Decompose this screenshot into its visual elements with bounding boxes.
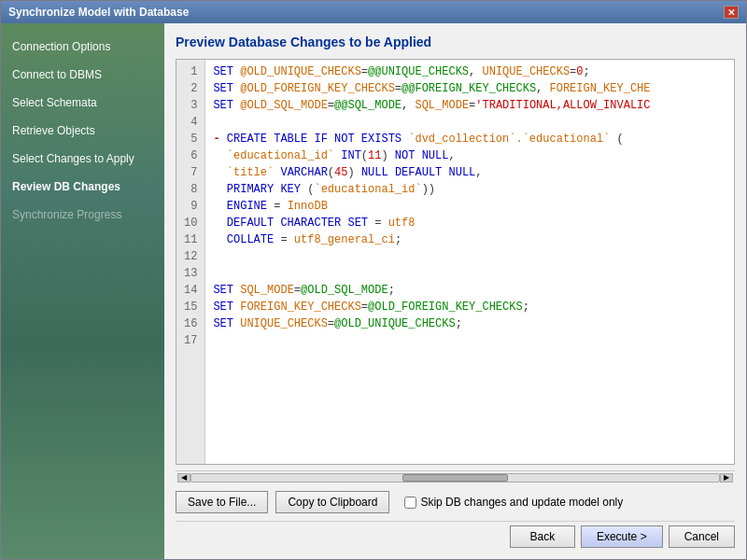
- page-title: Preview Database Changes to be Applied: [176, 35, 735, 49]
- sidebar-item-connection-options[interactable]: Connection Options: [1, 33, 164, 61]
- close-button[interactable]: ✕: [724, 6, 739, 19]
- execute-button[interactable]: Execute >: [581, 525, 663, 548]
- title-bar: Synchronize Model with Database ✕: [1, 1, 746, 23]
- scroll-right-button[interactable]: ▶: [720, 473, 733, 483]
- content-area: Connection Options Connect to DBMS Selec…: [1, 23, 746, 559]
- code-editor[interactable]: 1 2 3 4 5 6 7 8 9 10 11 12 13 14 15 16 1…: [176, 59, 735, 465]
- footer-buttons: Back Execute > Cancel: [176, 521, 735, 548]
- skip-checkbox-area: Skip DB changes and update model only: [404, 496, 623, 509]
- code-content[interactable]: SET @OLD_UNIQUE_CHECKS=@@UNIQUE_CHECKS, …: [205, 60, 734, 464]
- sidebar-item-review-db-changes[interactable]: Review DB Changes: [1, 173, 164, 201]
- sidebar: Connection Options Connect to DBMS Selec…: [1, 23, 164, 559]
- sidebar-item-retrieve-objects[interactable]: Retrieve Objects: [1, 117, 164, 145]
- scroll-left-button[interactable]: ◀: [177, 473, 190, 483]
- main-window: Synchronize Model with Database ✕ Connec…: [0, 0, 747, 560]
- line-numbers: 1 2 3 4 5 6 7 8 9 10 11 12 13 14 15 16 1…: [176, 60, 205, 464]
- skip-checkbox[interactable]: [404, 497, 416, 509]
- skip-label: Skip DB changes and update model only: [420, 496, 623, 509]
- save-to-file-button[interactable]: Save to File...: [176, 491, 268, 513]
- copy-to-clipboard-button[interactable]: Copy to Clipboard: [275, 491, 389, 513]
- sidebar-item-connect-to-dbms[interactable]: Connect to DBMS: [1, 61, 164, 89]
- main-content: Preview Database Changes to be Applied 1…: [164, 23, 746, 559]
- horizontal-scrollbar[interactable]: ◀ ▶: [176, 470, 735, 483]
- sidebar-item-select-schemata[interactable]: Select Schemata: [1, 89, 164, 117]
- window-title: Synchronize Model with Database: [8, 6, 189, 19]
- cancel-button[interactable]: Cancel: [669, 525, 735, 548]
- scroll-thumb[interactable]: [402, 474, 508, 482]
- back-button[interactable]: Back: [510, 525, 575, 548]
- sidebar-item-select-changes[interactable]: Select Changes to Apply: [1, 145, 164, 173]
- sidebar-item-synchronize-progress: Synchronize Progress: [1, 201, 164, 229]
- scroll-track[interactable]: [190, 473, 720, 483]
- bottom-buttons-row: Save to File... Copy to Clipboard Skip D…: [176, 491, 735, 513]
